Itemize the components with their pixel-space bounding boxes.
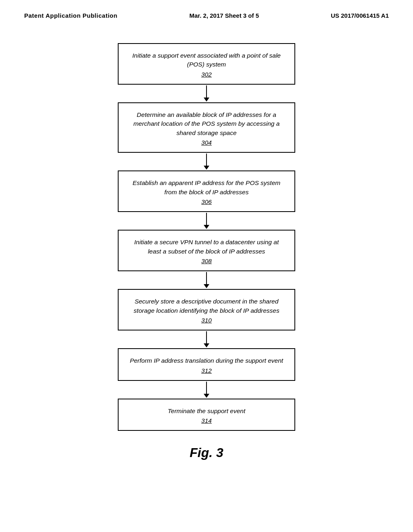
- flow-box-number-306: 306: [128, 198, 285, 206]
- arrow-line: [206, 213, 207, 225]
- flow-box-306: Establish an apparent IP address for the…: [118, 170, 295, 212]
- flow-box-text-314: Terminate the support event: [128, 407, 285, 416]
- arrow-line: [206, 382, 207, 394]
- figure-label: Fig. 3: [190, 445, 223, 460]
- flow-box-text-304: Determine an available block of IP addre…: [128, 110, 285, 137]
- flow-box-number-302: 302: [128, 71, 285, 78]
- arrow-head: [204, 166, 209, 170]
- arrow-head: [204, 394, 209, 398]
- flow-arrow-4: [204, 330, 209, 348]
- header-patent-number: US 2017/0061415 A1: [331, 12, 389, 19]
- flow-box-number-312: 312: [128, 367, 285, 374]
- header-date-sheet: Mar. 2, 2017 Sheet 3 of 5: [189, 12, 259, 19]
- arrow-line: [206, 331, 207, 343]
- main-content: Initiate a support event associated with…: [0, 27, 413, 472]
- arrow-head: [204, 343, 209, 347]
- flow-box-302: Initiate a support event associated with…: [118, 43, 295, 85]
- flow-box-text-312: Perform IP address translation during th…: [128, 356, 285, 365]
- flow-box-text-302: Initiate a support event associated with…: [128, 51, 285, 69]
- flow-box-310: Securely store a descriptive document in…: [118, 289, 295, 330]
- header-publication-label: Patent Application Publication: [24, 12, 117, 19]
- arrow-line: [206, 272, 207, 284]
- flow-arrow-3: [204, 271, 209, 289]
- flow-box-number-310: 310: [128, 317, 285, 324]
- flow-arrow-5: [204, 381, 209, 399]
- flow-box-text-306: Establish an apparent IP address for the…: [128, 179, 285, 197]
- flow-arrow-1: [204, 153, 209, 170]
- flow-box-312: Perform IP address translation during th…: [118, 348, 295, 380]
- flow-box-text-310: Securely store a descriptive document in…: [128, 297, 285, 315]
- arrow-head: [204, 284, 209, 288]
- arrow-line: [206, 154, 207, 166]
- flow-box-number-308: 308: [128, 258, 285, 265]
- flow-box-number-314: 314: [128, 417, 285, 424]
- page-header: Patent Application Publication Mar. 2, 2…: [0, 0, 413, 27]
- flow-box-number-304: 304: [128, 139, 285, 146]
- flow-box-304: Determine an available block of IP addre…: [118, 102, 295, 153]
- arrow-line: [206, 85, 207, 98]
- arrow-head: [204, 225, 209, 229]
- flow-box-text-308: Initiate a secure VPN tunnel to a datace…: [128, 238, 285, 256]
- flow-arrow-0: [204, 85, 209, 102]
- flowchart: Initiate a support event associated with…: [106, 43, 307, 431]
- flow-box-308: Initiate a secure VPN tunnel to a datace…: [118, 230, 295, 271]
- flow-arrow-2: [204, 212, 209, 230]
- flow-box-314: Terminate the support event314: [118, 399, 295, 431]
- arrow-head: [204, 98, 209, 102]
